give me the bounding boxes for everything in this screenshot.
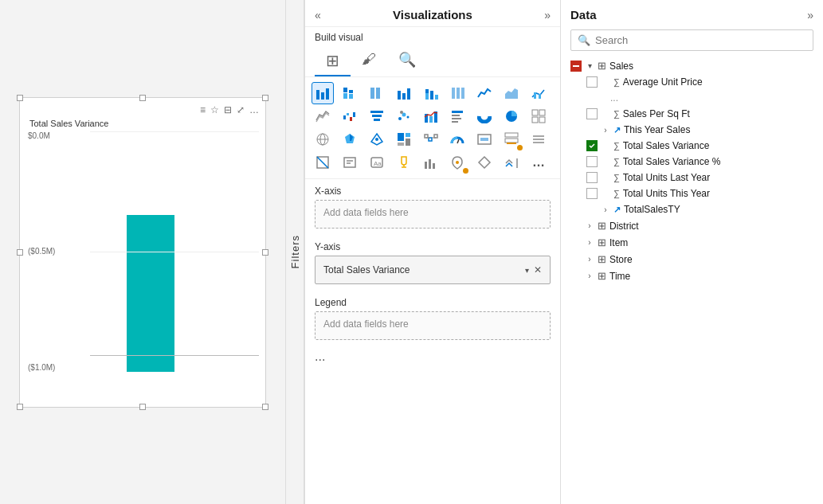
chart-body: $0.0M ($0.5M) ($1.0M) (26, 131, 259, 388)
x-axis-drop-zone[interactable]: Add data fields here (315, 200, 551, 229)
total-sales-variance-checkbox[interactable] (586, 140, 598, 151)
tree-item-sales-per-sq-ft[interactable]: ∑ Sales Per Sq Ft (580, 106, 820, 122)
district-expand[interactable]: › (585, 221, 594, 230)
viz-more-options[interactable]: … (527, 151, 550, 174)
viz-100pct-bar[interactable] (366, 82, 388, 104)
viz-100pct-col[interactable] (446, 82, 468, 104)
viz-collapse-left[interactable]: « (315, 9, 321, 21)
tree-item-this-year-sales[interactable]: › ↗ This Year Sales (580, 122, 820, 138)
time-checkbox[interactable] (570, 271, 582, 282)
viz-matrix[interactable] (527, 105, 550, 127)
viz-waterfall[interactable] (339, 105, 361, 127)
total-sales-variance-pct-checkbox[interactable] (586, 156, 598, 167)
viz-table-filter[interactable] (446, 105, 468, 127)
y-axis-remove[interactable]: ✕ (534, 264, 542, 275)
total-sales-ty-checkbox[interactable] (586, 204, 598, 215)
viz-line[interactable] (473, 82, 496, 104)
viz-map[interactable] (312, 128, 334, 150)
data-panel-expand[interactable]: » (807, 9, 813, 21)
viz-pie[interactable] (500, 105, 523, 127)
this-year-sales-checkbox[interactable] (586, 124, 598, 135)
tab-fields[interactable]: ⊞ (315, 46, 351, 76)
resize-ml[interactable] (17, 249, 23, 256)
search-input[interactable] (595, 34, 806, 46)
tab-analytics[interactable]: 🔍 (387, 46, 427, 76)
tree-item-total-units-last-year[interactable]: ∑ Total Units Last Year (580, 170, 820, 186)
viz-diamond[interactable] (473, 151, 496, 174)
viz-ribbon[interactable] (312, 105, 334, 127)
resize-bm[interactable] (139, 404, 146, 410)
tab-format[interactable]: 🖌 (351, 46, 387, 76)
item-checkbox[interactable] (570, 237, 582, 248)
viz-line-clustered[interactable] (527, 82, 550, 104)
sales-per-sq-ft-checkbox[interactable] (586, 108, 598, 119)
sales-expand-icon[interactable]: ▾ (585, 61, 594, 70)
more-icon[interactable]: … (249, 104, 259, 115)
tree-item-total-sales-ty[interactable]: › ↗ TotalSalesTY (580, 201, 820, 217)
tree-item-sales[interactable]: ▾ ⊞ Sales (564, 57, 820, 74)
viz-area[interactable] (500, 82, 523, 104)
store-checkbox[interactable] (570, 254, 582, 265)
viz-slicer[interactable] (527, 128, 550, 150)
tree-item-total-units-this-year[interactable]: ∑ Total Units This Year (580, 186, 820, 201)
item-expand[interactable]: › (585, 238, 594, 247)
viz-gauge[interactable] (446, 128, 468, 150)
pin-icon[interactable]: ☆ (210, 104, 219, 115)
viz-column-chart-sm[interactable] (420, 151, 442, 174)
svg-rect-36 (452, 111, 463, 113)
viz-kpi[interactable] (420, 105, 442, 127)
total-units-last-year-checkbox[interactable] (586, 172, 598, 183)
tree-item-district[interactable]: › ⊞ District (564, 217, 820, 234)
viz-scatter[interactable] (393, 105, 415, 127)
viz-stacked-bar[interactable] (339, 82, 361, 104)
resize-mr[interactable] (262, 249, 268, 256)
more-sections-dots[interactable]: ... (305, 346, 560, 367)
y-axis-chevron[interactable]: ▾ (525, 266, 529, 275)
this-year-sales-expand[interactable]: › (601, 126, 610, 135)
store-expand[interactable]: › (585, 255, 594, 264)
viz-multi-row-card[interactable] (500, 128, 523, 150)
y-axis-field[interactable]: Total Sales Variance ▾ ✕ (315, 256, 551, 284)
resize-tl[interactable] (17, 95, 23, 101)
filters-strip[interactable]: Filters (285, 0, 304, 504)
viz-clustered-bar[interactable] (312, 82, 334, 104)
filter-icon[interactable]: ⊟ (224, 104, 232, 115)
expand-icon[interactable]: ⤢ (237, 104, 245, 115)
viz-shape[interactable] (312, 151, 334, 174)
viz-text-box[interactable] (339, 151, 361, 174)
viz-treemap[interactable] (393, 128, 415, 150)
total-sales-ty-expand[interactable]: › (601, 205, 610, 214)
viz-expand-right[interactable]: » (544, 9, 551, 21)
resize-tr[interactable] (262, 95, 268, 101)
menu-icon[interactable]: ≡ (200, 104, 206, 115)
time-expand[interactable]: › (585, 272, 594, 280)
viz-trophy[interactable] (393, 151, 415, 174)
tree-item-time[interactable]: › ⊞ Time (564, 268, 820, 284)
viz-azure-map[interactable] (366, 128, 388, 150)
y-label-bot: ($1.0M) (28, 363, 55, 372)
viz-funnel[interactable] (366, 105, 388, 127)
svg-rect-38 (452, 118, 461, 119)
legend-drop-zone[interactable]: Add data fields here (315, 311, 551, 340)
viz-arrows[interactable] (500, 151, 523, 174)
resize-tm[interactable] (139, 95, 146, 101)
sales-checkbox[interactable] (570, 61, 582, 72)
tree-item-store[interactable]: › ⊞ Store (564, 251, 820, 268)
avg-unit-price-checkbox[interactable] (586, 76, 598, 88)
tree-item-avg-unit-price[interactable]: ∑ Average Unit Price (580, 74, 820, 90)
viz-stacked-col[interactable] (420, 82, 442, 104)
total-units-this-year-checkbox[interactable] (586, 188, 598, 199)
tree-item-item[interactable]: › ⊞ Item (564, 234, 820, 251)
viz-card[interactable] (473, 128, 496, 150)
resize-bl[interactable] (17, 404, 23, 410)
resize-br[interactable] (262, 404, 268, 410)
district-checkbox[interactable] (570, 221, 582, 232)
viz-clustered-col[interactable] (393, 82, 415, 104)
tree-item-total-sales-variance[interactable]: ∑ Total Sales Variance (580, 138, 820, 154)
viz-decomposition-tree[interactable] (420, 128, 442, 150)
viz-custom-map[interactable] (446, 151, 468, 174)
tree-item-total-sales-variance-pct[interactable]: ∑ Total Sales Variance % (580, 154, 820, 170)
viz-donut[interactable] (473, 105, 496, 127)
viz-smart-narrative[interactable]: Aa (366, 151, 388, 174)
viz-filled-map[interactable] (339, 128, 361, 150)
